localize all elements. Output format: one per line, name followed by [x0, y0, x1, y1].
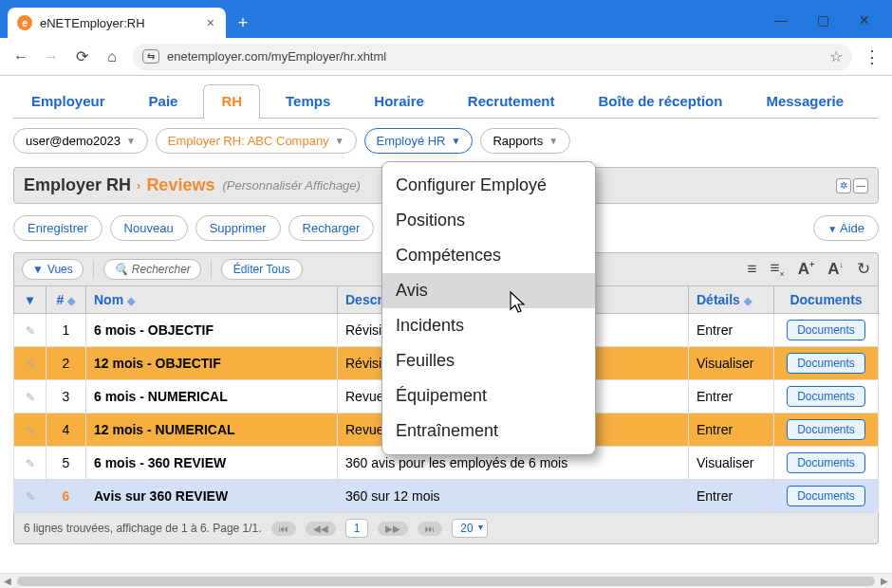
pencil-icon[interactable]: ✎ [26, 490, 35, 504]
col-documents[interactable]: Documents [774, 286, 879, 314]
separator [93, 260, 94, 279]
documents-button[interactable]: Documents [787, 452, 865, 473]
scroll-left-icon[interactable]: ◀ [0, 576, 15, 586]
col-num-label: # [57, 292, 65, 307]
font-increase-icon[interactable]: A+ [798, 260, 815, 279]
employer-dropdown[interactable]: Employer RH: ABC Company▼ [156, 128, 357, 154]
row-name: 6 mois - NUMERICAL [86, 380, 338, 413]
pencil-icon[interactable]: ✎ [26, 324, 35, 338]
documents-button[interactable]: Documents [787, 386, 865, 407]
close-window-icon[interactable]: ✕ [854, 9, 875, 30]
col-edit[interactable]: ▾ [14, 286, 46, 314]
documents-button[interactable]: Documents [787, 486, 865, 506]
back-icon[interactable]: ← [11, 47, 30, 66]
tab-horaire[interactable]: Horaire [356, 84, 442, 119]
menu-item-incidents[interactable]: Incidents [382, 308, 595, 343]
tab-paie[interactable]: Paie [131, 84, 196, 119]
url-text: enetemployer.com/myEmployer/hr.xhtml [167, 49, 386, 64]
favicon: e [17, 15, 32, 30]
page-note: (Personnalisér Affichage) [222, 178, 360, 193]
menu-item-comp-tences[interactable]: Compétences [382, 238, 595, 273]
page-first-button[interactable]: ⏮ [271, 522, 296, 536]
delete-button[interactable]: Supprimer [195, 215, 281, 241]
chevron-down-icon: ▼ [335, 136, 344, 146]
browser-titlebar: e eNETEmployer:RH × + — ▢ ✕ [0, 0, 892, 38]
help-label: Aide [840, 221, 864, 235]
save-button[interactable]: Enregistrer [13, 215, 102, 241]
bookmark-icon[interactable]: ☆ [829, 47, 843, 65]
menu-item-positions[interactable]: Positions [382, 203, 595, 238]
documents-button[interactable]: Documents [787, 320, 865, 340]
col-name[interactable]: Nom◆ [86, 286, 338, 314]
col-num[interactable]: #◆ [46, 286, 86, 314]
separator [211, 260, 212, 279]
views-label: Vues [47, 263, 73, 276]
reload-icon[interactable]: ⟳ [72, 47, 91, 66]
new-button[interactable]: Nouveau [110, 215, 188, 241]
sort-icon: ◆ [744, 295, 752, 306]
col-details[interactable]: Détails◆ [689, 286, 774, 314]
new-tab-button[interactable]: + [230, 9, 256, 36]
page-size-select[interactable]: 20 [452, 519, 487, 538]
documents-button[interactable]: Documents [787, 419, 865, 440]
page-prev-button[interactable]: ◀◀ [306, 522, 336, 536]
scroll-right-icon[interactable]: ▶ [877, 576, 892, 586]
tab-recrutement[interactable]: Recrutement [450, 84, 573, 119]
chevron-down-icon: ▼ [452, 136, 461, 146]
documents-button[interactable]: Documents [787, 353, 865, 374]
reports-dropdown[interactable]: Rapports▼ [480, 128, 570, 154]
forward-icon[interactable]: → [42, 47, 61, 66]
tab-rh[interactable]: RH [203, 84, 260, 119]
clear-filter-icon[interactable]: ≡× [770, 259, 784, 279]
horizontal-scrollbar[interactable]: ◀ ▶ [0, 573, 892, 588]
employee-dropdown[interactable]: Employé HR▼ [364, 128, 474, 154]
tab-temps[interactable]: Temps [268, 84, 348, 119]
minimize-icon[interactable]: — [771, 9, 791, 30]
home-icon[interactable]: ⌂ [102, 47, 121, 66]
menu-item-avis[interactable]: Avis [382, 273, 595, 308]
row-number: 4 [46, 413, 86, 447]
row-details: Entrer [689, 314, 774, 347]
scrollbar-thumb[interactable] [17, 577, 875, 586]
user-dropdown[interactable]: user@demo2023▼ [13, 128, 148, 154]
collapse-icon[interactable]: — [853, 178, 868, 193]
page-next-button[interactable]: ▶▶ [378, 522, 408, 536]
chevron-down-icon: ▼ [126, 136, 136, 146]
maximize-icon[interactable]: ▢ [812, 9, 833, 30]
dropdown-bar: user@demo2023▼ Employer RH: ABC Company▼… [13, 119, 879, 154]
menu-item-feuilles[interactable]: Feuilles [382, 343, 595, 378]
chevron-down-icon: ▼ [32, 263, 44, 276]
pencil-icon[interactable]: ✎ [26, 391, 35, 404]
tab-bo-te-de-r-ception[interactable]: Boîte de réception [581, 84, 741, 119]
search-input[interactable]: 🔍Rechercher [103, 259, 201, 280]
views-dropdown[interactable]: ▼Vues [22, 259, 84, 280]
pencil-icon[interactable]: ✎ [26, 358, 35, 371]
pagination: 6 lignes trouvées, affichage de 1 à 6. P… [13, 513, 879, 544]
close-tab-icon[interactable]: × [207, 15, 214, 30]
help-button[interactable]: ▼ Aide [813, 215, 879, 241]
employer-dropdown-label: Employer RH: ABC Company [168, 134, 329, 148]
row-details: Entrer [689, 380, 774, 413]
tab-employeur[interactable]: Employeur [13, 84, 123, 119]
refresh-icon[interactable]: ↻ [857, 259, 870, 279]
edit-all-button[interactable]: Éditer Tous [221, 259, 303, 280]
menu-item-configurer-employ-[interactable]: Configurer Employé [382, 168, 595, 203]
tab-messagerie[interactable]: Messagerie [748, 84, 862, 119]
row-details: Visualiser [689, 347, 774, 380]
menu-item-entra-nement[interactable]: Entraînement [382, 413, 595, 449]
pencil-icon[interactable]: ✎ [26, 457, 35, 470]
table-row[interactable]: ✎6Avis sur 360 REVIEW360 sur 12 moisEntr… [14, 480, 879, 513]
page-last-button[interactable]: ⏭ [418, 522, 442, 536]
user-dropdown-label: user@demo2023 [26, 134, 121, 148]
window-controls: — ▢ ✕ [771, 9, 884, 38]
filter-lines-icon[interactable]: ≡ [748, 260, 757, 279]
reload-button[interactable]: Recharger [288, 215, 375, 241]
browser-tab[interactable]: e eNETEmployer:RH × [8, 8, 226, 38]
menu-icon[interactable]: ⋮ [864, 46, 881, 67]
font-decrease-icon[interactable]: A↓ [827, 260, 844, 279]
row-number: 3 [46, 380, 86, 413]
url-bar[interactable]: ⇆ enetemployer.com/myEmployer/hr.xhtml ☆ [133, 44, 852, 70]
gear-icon[interactable]: ✲ [836, 178, 851, 193]
menu-item--quipement[interactable]: Équipement [382, 378, 595, 413]
pencil-icon[interactable]: ✎ [26, 424, 35, 437]
